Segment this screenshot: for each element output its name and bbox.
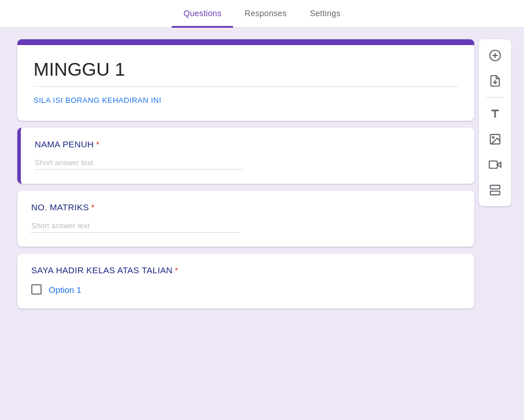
tab-settings[interactable]: Settings xyxy=(298,1,352,28)
checkbox-input-opt1[interactable] xyxy=(31,284,42,295)
required-indicator-q2: * xyxy=(91,203,95,212)
top-nav: Questions Responses Settings xyxy=(0,0,524,28)
required-indicator: * xyxy=(96,140,99,149)
option-label-opt1: Option 1 xyxy=(49,285,82,295)
add-video-button[interactable] xyxy=(484,153,507,176)
import-icon xyxy=(489,75,501,87)
image-icon xyxy=(489,133,501,146)
section-icon xyxy=(489,184,501,196)
title-card: MINGGU 1 SILA ISI BORANG KEHADIRAN INI xyxy=(17,39,474,121)
title-icon xyxy=(489,107,501,120)
question-card-no-matriks: NO. MATRIKS * Short answer text xyxy=(17,191,474,247)
right-toolbar xyxy=(479,39,511,206)
question-card-hadir: SAYA HADIR KELAS ATAS TALIAN * Option 1 xyxy=(17,254,474,309)
svg-rect-7 xyxy=(489,161,497,169)
question-label-no-matriks: NO. MATRIKS * xyxy=(31,202,460,212)
add-section-button[interactable] xyxy=(484,179,507,202)
checkbox-option-1: Option 1 xyxy=(31,284,460,295)
question-label-nama-penuh: NAMA PENUH * xyxy=(35,139,460,149)
tab-responses[interactable]: Responses xyxy=(233,1,298,28)
short-answer-placeholder-q2[interactable]: Short answer text xyxy=(31,221,239,233)
short-answer-placeholder-q1[interactable]: Short answer text xyxy=(35,158,243,170)
video-icon xyxy=(489,158,501,171)
svg-point-5 xyxy=(492,136,494,138)
tab-questions[interactable]: Questions xyxy=(172,1,233,28)
required-indicator-q3: * xyxy=(175,266,178,275)
question-label-hadir: SAYA HADIR KELAS ATAS TALIAN * xyxy=(31,265,460,275)
form-title: MINGGU 1 xyxy=(34,59,458,87)
svg-rect-9 xyxy=(490,191,500,195)
plus-circle-icon xyxy=(489,49,501,62)
import-question-button[interactable] xyxy=(484,69,507,92)
question-card-nama-penuh: NAMA PENUH * Short answer text xyxy=(17,128,474,184)
add-question-button[interactable] xyxy=(484,44,507,67)
svg-marker-6 xyxy=(497,162,501,167)
add-title-button[interactable] xyxy=(484,102,507,125)
svg-rect-8 xyxy=(490,185,500,189)
form-area: MINGGU 1 SILA ISI BORANG KEHADIRAN INI N… xyxy=(17,39,474,309)
toolbar-divider-1 xyxy=(486,97,504,98)
main-container: MINGGU 1 SILA ISI BORANG KEHADIRAN INI N… xyxy=(0,28,524,320)
form-subtitle: SILA ISI BORANG KEHADIRAN INI xyxy=(34,96,458,105)
add-image-button[interactable] xyxy=(484,128,507,151)
